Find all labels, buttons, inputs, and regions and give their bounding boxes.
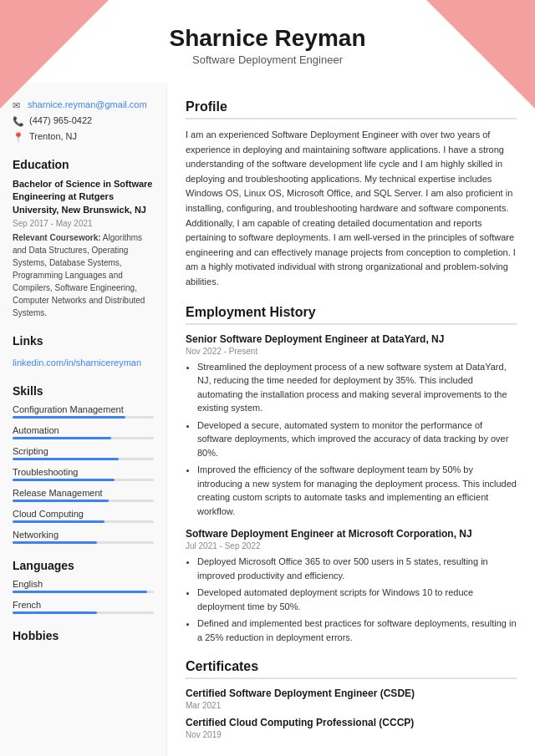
skill-bar-fill — [13, 416, 125, 419]
location-icon: 📍 — [13, 132, 24, 143]
profile-text: I am an experienced Software Deployment … — [186, 128, 517, 290]
header: Sharnice Reyman Software Deployment Engi… — [0, 0, 535, 83]
contact-phone: 📞 (447) 965-0422 — [13, 115, 154, 127]
education-dates: Sep 2017 - May 2021 — [13, 219, 154, 228]
phone-icon: 📞 — [13, 116, 24, 127]
skill-bar-bg — [13, 541, 154, 544]
skill-bar-bg — [13, 479, 154, 481]
language-label: English — [13, 579, 154, 589]
job-title: Senior Software Deployment Engineer at D… — [186, 333, 517, 345]
language-label: French — [13, 600, 154, 610]
language-bar-fill — [13, 591, 147, 593]
contact-location: 📍 Trenton, NJ — [13, 131, 154, 143]
job-bullet: Developed automated deployment scripts f… — [197, 586, 517, 613]
skill-bar-fill — [13, 458, 119, 460]
certs-list: Certified Software Deployment Engineer (… — [186, 688, 517, 739]
skill-bar-bg — [13, 500, 154, 502]
certificates-heading: Certificates — [186, 659, 517, 679]
job-bullet: Defined and implemented best practices f… — [197, 616, 517, 644]
job-bullets: Deployed Microsoft Office 365 to over 50… — [186, 555, 517, 644]
cert-title: Certified Cloud Computing Professional (… — [186, 717, 517, 728]
job-bullet: Streamlined the deployment process of a … — [197, 360, 517, 415]
links-section: Links linkedin.com/in/sharnicereyman — [13, 334, 154, 369]
skill-item: Scripting — [13, 446, 154, 460]
skill-label: Scripting — [13, 446, 154, 456]
language-item: French — [13, 600, 154, 614]
profile-section: Profile I am an experienced Software Dep… — [186, 99, 517, 290]
skill-bar-fill — [13, 437, 111, 439]
job-date: Nov 2022 - Present — [186, 347, 517, 356]
certificates-section: Certificates Certified Software Deployme… — [186, 659, 517, 739]
skill-bar-bg — [13, 520, 154, 523]
cert-date: Mar 2021 — [186, 701, 517, 710]
skill-bar-fill — [13, 541, 97, 544]
skills-heading: Skills — [13, 384, 154, 398]
job-date: Jul 2021 - Sep 2022 — [186, 541, 517, 551]
skill-item: Troubleshooting — [13, 467, 154, 481]
cert-entry: Certified Cloud Computing Professional (… — [186, 717, 517, 739]
skills-section: Skills Configuration Management Automati… — [13, 384, 154, 544]
job-bullet: Deployed Microsoft Office 365 to over 50… — [197, 555, 517, 582]
education-coursework: Relevant Coursework: Algorithms and Data… — [13, 231, 154, 319]
main-content: Profile I am an experienced Software Dep… — [167, 83, 535, 756]
sidebar: ✉ sharnice.reyman@gmail.com 📞 (447) 965-… — [0, 83, 167, 756]
job-entry: Senior Software Deployment Engineer at D… — [186, 333, 517, 519]
skill-bar-fill — [13, 479, 115, 481]
candidate-name: Sharnice Reyman — [17, 25, 518, 52]
education-degree: Bachelor of Science in Software Engineer… — [13, 178, 154, 216]
cert-title: Certified Software Deployment Engineer (… — [186, 688, 517, 699]
links-heading: Links — [13, 334, 154, 348]
language-item: English — [13, 579, 154, 593]
employment-section: Employment History Senior Software Deplo… — [186, 305, 517, 645]
linkedin-link-item: linkedin.com/in/sharnicereyman — [13, 354, 154, 369]
skill-item: Configuration Management — [13, 404, 154, 419]
languages-section: Languages English French — [13, 559, 154, 614]
resume-container: Sharnice Reyman Software Deployment Engi… — [0, 0, 535, 756]
language-bar-bg — [13, 611, 154, 614]
skill-bar-bg — [13, 458, 154, 460]
employment-heading: Employment History — [186, 305, 517, 325]
job-entry: Software Deployment Engineer at Microsof… — [186, 528, 517, 644]
languages-list: English French — [13, 579, 154, 614]
languages-heading: Languages — [13, 559, 154, 572]
skill-bar-bg — [13, 437, 154, 439]
coursework-text: Algorithms and Data Structures, Operatin… — [13, 233, 145, 317]
skill-item: Release Management — [13, 488, 154, 502]
skill-label: Release Management — [13, 488, 154, 498]
phone-text: (447) 965-0422 — [29, 115, 92, 125]
skill-item: Cloud Computing — [13, 509, 154, 523]
skill-bar-fill — [13, 500, 109, 502]
language-bar-bg — [13, 591, 154, 593]
body-container: ✉ sharnice.reyman@gmail.com 📞 (447) 965-… — [0, 83, 535, 756]
education-section: Education Bachelor of Science in Softwar… — [13, 158, 154, 319]
skill-item: Networking — [13, 530, 154, 544]
skill-label: Cloud Computing — [13, 509, 154, 519]
job-bullet: Developed a secure, automated system to … — [197, 419, 517, 460]
language-bar-fill — [13, 611, 97, 614]
skill-label: Automation — [13, 425, 154, 435]
coursework-label: Relevant Coursework: — [13, 233, 101, 242]
skill-item: Automation — [13, 425, 154, 439]
education-heading: Education — [13, 158, 154, 171]
job-bullet: Improved the efficiency of the software … — [197, 463, 517, 518]
skill-bar-bg — [13, 416, 154, 419]
skill-bar-fill — [13, 520, 104, 523]
skill-label: Configuration Management — [13, 404, 154, 414]
jobs-list: Senior Software Deployment Engineer at D… — [186, 333, 517, 645]
job-bullets: Streamlined the deployment process of a … — [186, 360, 517, 519]
linkedin-link[interactable]: linkedin.com/in/sharnicereyman — [13, 358, 141, 368]
skill-label: Networking — [13, 530, 154, 540]
cert-date: Nov 2019 — [186, 730, 517, 739]
job-title: Software Deployment Engineer at Microsof… — [186, 528, 517, 540]
candidate-title: Software Deployment Engineer — [17, 53, 518, 66]
hobbies-section: Hobbies — [13, 629, 154, 642]
skills-list: Configuration Management Automation Scri… — [13, 404, 154, 544]
hobbies-heading: Hobbies — [13, 629, 154, 642]
location-text: Trenton, NJ — [29, 131, 77, 141]
cert-entry: Certified Software Deployment Engineer (… — [186, 688, 517, 710]
skill-label: Troubleshooting — [13, 467, 154, 477]
